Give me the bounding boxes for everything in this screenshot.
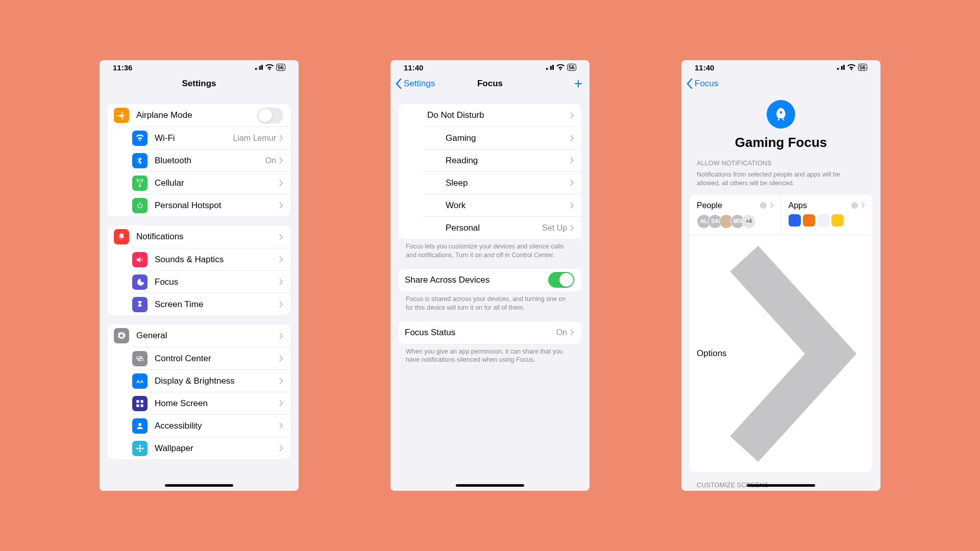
chevron-left-icon bbox=[396, 79, 402, 89]
status-time: 11:40 bbox=[695, 63, 714, 72]
moon-icon bbox=[132, 274, 148, 290]
row-label: Notifications bbox=[136, 232, 279, 242]
toggle[interactable] bbox=[257, 108, 283, 123]
settings-row-reading[interactable]: Reading bbox=[423, 149, 581, 171]
chevron-right-icon bbox=[279, 378, 283, 384]
svg-point-7 bbox=[138, 423, 141, 426]
flower-icon bbox=[132, 441, 148, 456]
settings-row-bluetooth[interactable]: BluetoothOn bbox=[132, 149, 290, 171]
settings-row-wi-fi[interactable]: Wi-FiLiam Lemur bbox=[132, 127, 290, 149]
settings-row-personal[interactable]: PersonalSet Up bbox=[423, 216, 581, 239]
status-bar: 11:40 56 bbox=[390, 60, 590, 72]
row-label: General bbox=[136, 331, 279, 341]
chevron-right-icon bbox=[279, 445, 283, 452]
settings-row-do-not-disturb[interactable]: Do Not Disturb bbox=[399, 104, 581, 127]
status-bar: 11:36 56 bbox=[100, 60, 299, 72]
settings-row-work[interactable]: Work bbox=[423, 194, 581, 216]
home-indicator[interactable] bbox=[456, 484, 524, 487]
gear-icon bbox=[760, 202, 767, 209]
share-toggle[interactable] bbox=[548, 272, 574, 288]
back-button[interactable]: Focus bbox=[687, 79, 718, 89]
allow-header: Allow Notifications bbox=[681, 151, 880, 169]
gaming-focus-content[interactable]: Gaming Focus Allow Notifications Notific… bbox=[681, 95, 880, 491]
settings-row-wallpaper[interactable]: Wallpaper bbox=[132, 437, 290, 459]
sound-icon bbox=[132, 252, 148, 267]
settings-row-display-brightness[interactable]: AADisplay & Brightness bbox=[132, 369, 290, 392]
row-label: Gaming bbox=[446, 133, 570, 143]
settings-row-control-center[interactable]: Control Center bbox=[132, 347, 290, 369]
gear-icon bbox=[114, 328, 129, 343]
settings-phone: 11:36 56 Settings Airplane ModeWi-FiLiam… bbox=[100, 60, 299, 491]
row-label: Airplane Mode bbox=[136, 110, 257, 120]
home-indicator[interactable] bbox=[747, 484, 815, 487]
settings-row-personal-hotspot[interactable]: Personal Hotspot bbox=[132, 194, 290, 216]
navbar: Settings bbox=[100, 72, 299, 95]
chevron-left-icon bbox=[687, 79, 693, 89]
home-indicator[interactable] bbox=[165, 484, 233, 487]
book-icon bbox=[423, 153, 438, 168]
settings-row-screen-time[interactable]: Screen Time bbox=[132, 293, 290, 315]
customize-header: Customize Screens bbox=[681, 472, 880, 491]
settings-row-accessibility[interactable]: Accessibility bbox=[132, 414, 290, 437]
status-time: 11:40 bbox=[404, 63, 423, 72]
share-across-devices-row[interactable]: Share Across Devices bbox=[399, 269, 581, 291]
people-label: People bbox=[697, 201, 722, 210]
aa-icon: AA bbox=[132, 373, 148, 389]
row-label: Display & Brightness bbox=[155, 376, 279, 386]
options-label: Options bbox=[697, 348, 727, 359]
svg-text:AA: AA bbox=[136, 378, 143, 384]
status-time: 11:36 bbox=[113, 63, 132, 72]
hero-title: Gaming Focus bbox=[735, 135, 827, 151]
settings-list[interactable]: Airplane ModeWi-FiLiam LemurBluetoothOnC… bbox=[100, 95, 299, 491]
chevron-right-icon bbox=[570, 329, 574, 336]
gaming-focus-phone: 11:40 56 Focus Gaming Focus Allow Notifi… bbox=[681, 60, 880, 491]
chevron-right-icon bbox=[570, 157, 574, 164]
cellular-signal-icon bbox=[255, 65, 263, 70]
svg-point-16 bbox=[429, 225, 432, 228]
settings-row-focus[interactable]: Focus bbox=[132, 270, 290, 293]
svg-point-15 bbox=[430, 204, 432, 205]
settings-row-sounds-haptics[interactable]: Sounds & Haptics bbox=[132, 248, 290, 270]
chevron-right-icon bbox=[279, 355, 283, 362]
svg-point-10 bbox=[139, 450, 141, 452]
add-button[interactable]: + bbox=[574, 77, 582, 91]
chevron-right-icon bbox=[279, 422, 283, 429]
settings-row-general[interactable]: General bbox=[108, 324, 290, 347]
chevron-right-icon bbox=[279, 279, 283, 285]
row-label: Personal Hotspot bbox=[155, 201, 279, 211]
focus-status-row[interactable]: Focus Status On bbox=[399, 321, 581, 344]
svg-rect-3 bbox=[136, 400, 139, 403]
bell-icon bbox=[114, 229, 129, 244]
navbar: Focus bbox=[681, 72, 880, 95]
settings-row-airplane-mode[interactable]: Airplane Mode bbox=[108, 104, 290, 127]
svg-point-8 bbox=[139, 447, 141, 449]
page-title: Settings bbox=[182, 79, 216, 89]
svg-point-11 bbox=[136, 447, 138, 449]
status-indicators: 56 bbox=[837, 64, 867, 71]
settings-row-sleep[interactable]: Sleep bbox=[423, 171, 581, 194]
focus-content[interactable]: Do Not DisturbGamingReadingSleepWorkPers… bbox=[390, 95, 590, 491]
row-label: Screen Time bbox=[155, 299, 279, 310]
svg-rect-13 bbox=[428, 158, 434, 164]
apps-cell[interactable]: Apps bbox=[781, 195, 873, 235]
people-cell[interactable]: People ALDAMD+4 bbox=[690, 195, 781, 235]
chevron-right-icon bbox=[279, 333, 283, 339]
share-label: Share Across Devices bbox=[405, 275, 548, 285]
settings-row-home-screen[interactable]: Home Screen bbox=[132, 392, 290, 414]
settings-row-gaming[interactable]: Gaming bbox=[423, 127, 581, 149]
person-icon bbox=[132, 418, 148, 434]
svg-rect-14 bbox=[429, 203, 433, 209]
row-label: Reading bbox=[446, 156, 570, 166]
hero: Gaming Focus bbox=[681, 95, 880, 151]
moon-icon bbox=[405, 108, 420, 123]
row-label: Sounds & Haptics bbox=[155, 255, 279, 265]
back-button[interactable]: Settings bbox=[396, 79, 435, 89]
settings-row-cellular[interactable]: Cellular bbox=[132, 171, 290, 194]
wifi-icon bbox=[847, 64, 855, 70]
chevron-right-icon bbox=[279, 400, 283, 407]
row-label: Home Screen bbox=[155, 398, 279, 409]
options-row[interactable]: Options bbox=[690, 235, 872, 472]
settings-row-notifications[interactable]: Notifications bbox=[108, 226, 290, 248]
svg-rect-4 bbox=[141, 400, 143, 403]
modes-footer: Focus lets you customize your devices an… bbox=[390, 239, 590, 260]
